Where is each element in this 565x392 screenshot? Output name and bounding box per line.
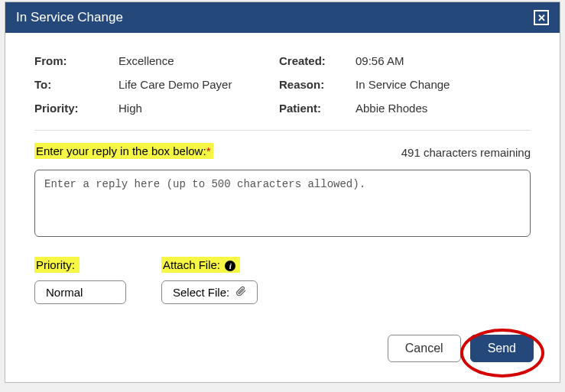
in-service-change-dialog: In Service Change ✕ From: Excellence Cre… [5, 2, 560, 383]
created-label: Created: [279, 54, 348, 67]
attach-control-label-text: Attach File: [163, 258, 220, 271]
divider [34, 130, 531, 131]
priority-control-group: Priority: Normal [34, 257, 126, 304]
dialog-title: In Service Change [16, 10, 123, 25]
to-label: To: [34, 78, 111, 91]
info-icon[interactable]: i [225, 261, 235, 271]
reply-prompt-text: Enter your reply in the box below: [36, 144, 206, 157]
select-file-button[interactable]: Select File: [161, 280, 258, 304]
reason-value: In Service Change [356, 78, 531, 91]
dialog-header: In Service Change ✕ [5, 2, 560, 33]
dialog-footer: Cancel Send [5, 319, 560, 382]
to-value: Life Care Demo Payer [119, 78, 271, 91]
paperclip-icon [235, 286, 246, 299]
priority-select[interactable]: Normal [34, 280, 126, 304]
controls-row: Priority: Normal Attach File: i Select F… [34, 257, 531, 304]
attach-control-group: Attach File: i Select File: [161, 257, 258, 304]
created-value: 09:56 AM [356, 54, 531, 67]
from-value: Excellence [119, 54, 271, 67]
cancel-button[interactable]: Cancel [388, 335, 461, 362]
reply-header-row: Enter your reply in the box below:* 491 … [34, 143, 531, 159]
info-grid: From: Excellence Created: 09:56 AM To: L… [34, 54, 531, 130]
reason-label: Reason: [279, 78, 348, 91]
priority-value: High [119, 102, 271, 115]
characters-remaining: 491 characters remaining [401, 146, 531, 159]
priority-select-value: Normal [46, 286, 83, 299]
priority-label: Priority: [34, 102, 111, 115]
patient-value: Abbie Rhodes [356, 102, 531, 115]
dialog-body: From: Excellence Created: 09:56 AM To: L… [5, 33, 560, 319]
select-file-label: Select File: [173, 286, 229, 299]
close-icon[interactable]: ✕ [534, 10, 549, 25]
patient-label: Patient: [279, 102, 348, 115]
required-marker: * [206, 144, 211, 157]
send-button[interactable]: Send [470, 335, 534, 362]
from-label: From: [34, 54, 111, 67]
attach-control-label: Attach File: i [161, 257, 240, 273]
reply-textarea[interactable] [34, 170, 531, 237]
reply-prompt: Enter your reply in the box below:* [34, 143, 213, 159]
priority-control-label: Priority: [34, 257, 80, 273]
